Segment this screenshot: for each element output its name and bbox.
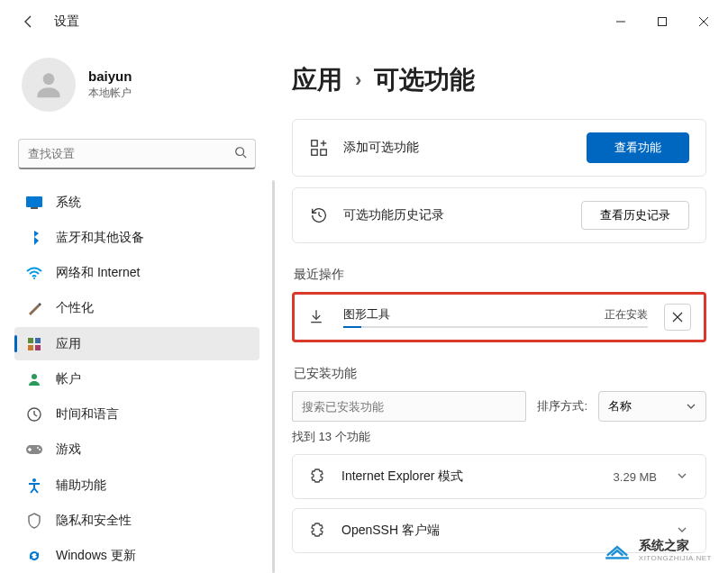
svg-rect-24 bbox=[321, 150, 326, 155]
sidebar-item-label: 辅助功能 bbox=[56, 478, 106, 494]
chevron-down-icon bbox=[686, 401, 696, 412]
sidebar-item-personalization[interactable]: 个性化 bbox=[14, 292, 259, 325]
privacy-icon bbox=[25, 512, 43, 530]
svg-point-21 bbox=[32, 478, 36, 482]
sidebar-item-update[interactable]: Windows 更新 bbox=[14, 540, 259, 573]
sidebar-item-label: 个性化 bbox=[56, 300, 94, 316]
sidebar-item-bluetooth[interactable]: 蓝牙和其他设备 bbox=[14, 221, 259, 254]
accounts-icon bbox=[25, 370, 43, 388]
feature-icon bbox=[309, 468, 327, 486]
app-title: 设置 bbox=[54, 14, 79, 30]
watermark-sub: XITONGZHIJIA.NET bbox=[639, 554, 712, 562]
accessibility-icon bbox=[25, 477, 43, 495]
installed-section-label: 已安装功能 bbox=[294, 366, 706, 382]
add-feature-label: 添加可选功能 bbox=[343, 140, 572, 156]
svg-rect-5 bbox=[26, 196, 42, 207]
recent-item-status: 正在安装 bbox=[605, 307, 648, 323]
svg-point-7 bbox=[33, 277, 35, 279]
sort-label: 排序方式: bbox=[537, 398, 587, 414]
chevron-down-icon bbox=[677, 468, 689, 485]
sidebar-item-label: Windows 更新 bbox=[56, 548, 136, 564]
minimize-button[interactable] bbox=[600, 7, 642, 36]
view-features-button[interactable]: 查看功能 bbox=[587, 132, 689, 163]
sidebar-item-gaming[interactable]: 游戏 bbox=[14, 433, 259, 467]
feature-icon bbox=[309, 522, 327, 540]
sidebar-item-time[interactable]: 时间和语言 bbox=[14, 398, 259, 432]
add-feature-icon bbox=[309, 138, 329, 158]
time-icon bbox=[25, 405, 43, 423]
search-icon bbox=[234, 146, 247, 162]
update-icon bbox=[25, 547, 43, 565]
recent-item-name: 图形工具 bbox=[343, 306, 390, 323]
cancel-install-button[interactable] bbox=[664, 304, 691, 331]
sidebar-item-label: 系统 bbox=[56, 195, 81, 211]
maximize-button[interactable] bbox=[642, 7, 683, 36]
svg-point-12 bbox=[32, 374, 37, 379]
bluetooth-icon bbox=[25, 229, 43, 247]
sidebar-item-label: 应用 bbox=[56, 336, 81, 352]
history-label: 可选功能历史记录 bbox=[343, 207, 567, 223]
chevron-down-icon bbox=[677, 523, 689, 539]
sidebar-item-privacy[interactable]: 隐私和安全性 bbox=[14, 504, 259, 537]
feature-size: 3.29 MB bbox=[614, 470, 657, 484]
feature-name: OpenSSH 客户端 bbox=[341, 523, 642, 539]
breadcrumb: 应用 › 可选功能 bbox=[292, 63, 706, 97]
user-block[interactable]: baiyun 本地帐户 bbox=[14, 43, 259, 133]
apps-icon bbox=[25, 335, 43, 353]
install-progress bbox=[343, 326, 648, 328]
watermark-icon bbox=[603, 540, 632, 561]
sidebar-item-label: 帐户 bbox=[56, 371, 81, 387]
recent-section-label: 最近操作 bbox=[294, 267, 706, 283]
user-name: baiyun bbox=[88, 68, 132, 84]
back-button[interactable] bbox=[11, 4, 47, 40]
svg-rect-11 bbox=[35, 345, 41, 350]
svg-line-28 bbox=[319, 215, 322, 217]
avatar bbox=[22, 58, 76, 112]
add-feature-card: 添加可选功能 查看功能 bbox=[292, 119, 706, 177]
feature-item[interactable]: Internet Explorer 模式3.29 MB bbox=[292, 454, 706, 499]
page-title: 可选功能 bbox=[374, 63, 475, 97]
download-icon bbox=[307, 307, 327, 327]
svg-point-3 bbox=[236, 148, 244, 156]
sidebar-item-accounts[interactable]: 帐户 bbox=[14, 362, 259, 396]
svg-rect-10 bbox=[28, 345, 33, 350]
svg-point-2 bbox=[43, 73, 55, 85]
sidebar-item-label: 游戏 bbox=[56, 441, 81, 458]
found-count: 找到 13 个功能 bbox=[292, 429, 706, 445]
installed-search-input[interactable] bbox=[292, 391, 526, 422]
sidebar-item-system[interactable]: 系统 bbox=[14, 186, 259, 219]
network-icon bbox=[25, 264, 43, 282]
sidebar-item-network[interactable]: 网络和 Internet bbox=[14, 257, 259, 290]
svg-point-18 bbox=[39, 449, 41, 450]
svg-rect-9 bbox=[35, 338, 41, 343]
sidebar-item-apps[interactable]: 应用 bbox=[14, 327, 259, 360]
svg-line-15 bbox=[34, 414, 37, 416]
svg-rect-31 bbox=[605, 557, 629, 559]
svg-rect-6 bbox=[31, 207, 38, 209]
sort-value: 名称 bbox=[608, 398, 632, 414]
svg-rect-1 bbox=[659, 18, 667, 26]
gaming-icon bbox=[25, 441, 43, 459]
view-history-button[interactable]: 查看历史记录 bbox=[581, 201, 689, 230]
system-icon bbox=[25, 194, 43, 212]
svg-rect-8 bbox=[28, 338, 33, 343]
personalization-icon bbox=[25, 299, 43, 317]
breadcrumb-parent[interactable]: 应用 bbox=[292, 63, 342, 97]
history-icon bbox=[309, 205, 329, 225]
watermark-title: 系统之家 bbox=[639, 538, 712, 554]
history-card: 可选功能历史记录 查看历史记录 bbox=[292, 187, 706, 243]
recent-install-item: 图形工具 正在安装 bbox=[292, 292, 706, 342]
svg-rect-23 bbox=[312, 150, 317, 155]
feature-name: Internet Explorer 模式 bbox=[341, 468, 599, 485]
search-input[interactable] bbox=[18, 139, 256, 169]
sidebar-item-label: 时间和语言 bbox=[56, 406, 119, 423]
svg-rect-22 bbox=[312, 141, 317, 146]
sidebar-item-accessibility[interactable]: 辅助功能 bbox=[14, 468, 259, 502]
sidebar-item-label: 蓝牙和其他设备 bbox=[56, 230, 144, 246]
sort-dropdown[interactable]: 名称 bbox=[598, 391, 706, 422]
user-sub: 本地帐户 bbox=[88, 86, 132, 101]
close-window-button[interactable] bbox=[683, 7, 724, 36]
breadcrumb-separator: › bbox=[355, 68, 361, 92]
svg-point-17 bbox=[37, 447, 39, 449]
svg-line-4 bbox=[243, 155, 247, 159]
